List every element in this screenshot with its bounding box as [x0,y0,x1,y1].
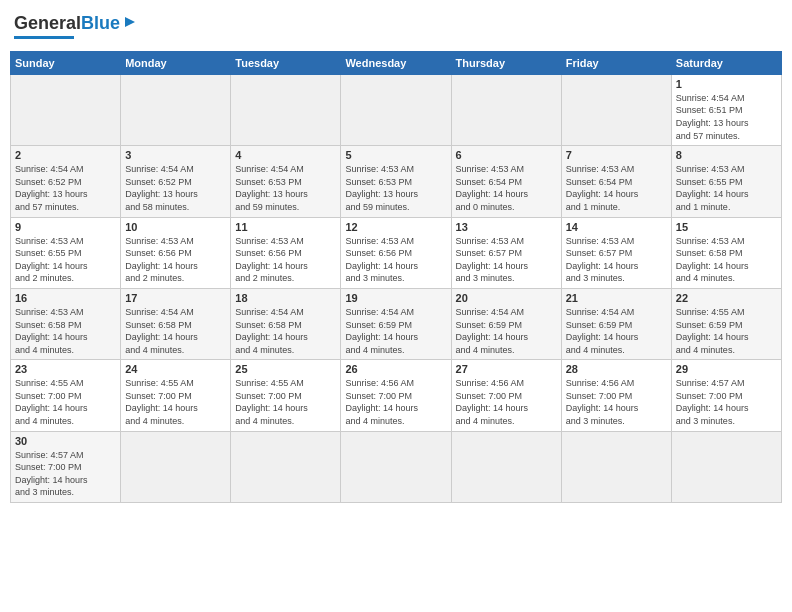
calendar-cell [451,431,561,502]
calendar-cell: 22Sunrise: 4:55 AMSunset: 6:59 PMDayligh… [671,288,781,359]
calendar-cell [561,74,671,145]
day-info: Sunrise: 4:55 AMSunset: 7:00 PMDaylight:… [125,377,226,427]
calendar-cell [121,74,231,145]
weekday-header-saturday: Saturday [671,51,781,74]
day-number: 16 [15,292,116,304]
day-number: 4 [235,149,336,161]
day-info: Sunrise: 4:57 AMSunset: 7:00 PMDaylight:… [15,449,116,499]
day-number: 29 [676,363,777,375]
calendar-cell: 2Sunrise: 4:54 AMSunset: 6:52 PMDaylight… [11,146,121,217]
day-number: 23 [15,363,116,375]
day-number: 6 [456,149,557,161]
calendar-table: SundayMondayTuesdayWednesdayThursdayFrid… [10,51,782,503]
calendar-cell: 12Sunrise: 4:53 AMSunset: 6:56 PMDayligh… [341,217,451,288]
calendar-cell [231,431,341,502]
day-info: Sunrise: 4:57 AMSunset: 7:00 PMDaylight:… [676,377,777,427]
day-info: Sunrise: 4:54 AMSunset: 6:52 PMDaylight:… [125,163,226,213]
calendar-cell: 5Sunrise: 4:53 AMSunset: 6:53 PMDaylight… [341,146,451,217]
calendar-cell [341,431,451,502]
day-number: 18 [235,292,336,304]
day-number: 13 [456,221,557,233]
day-number: 20 [456,292,557,304]
day-number: 5 [345,149,446,161]
calendar-cell: 11Sunrise: 4:53 AMSunset: 6:56 PMDayligh… [231,217,341,288]
day-info: Sunrise: 4:53 AMSunset: 6:57 PMDaylight:… [566,235,667,285]
calendar-cell: 7Sunrise: 4:53 AMSunset: 6:54 PMDaylight… [561,146,671,217]
weekday-header-sunday: Sunday [11,51,121,74]
logo-underline [14,36,74,39]
logo-arrow-icon [123,15,137,29]
day-number: 26 [345,363,446,375]
day-info: Sunrise: 4:55 AMSunset: 6:59 PMDaylight:… [676,306,777,356]
day-number: 14 [566,221,667,233]
calendar-row-2: 9Sunrise: 4:53 AMSunset: 6:55 PMDaylight… [11,217,782,288]
calendar-cell: 28Sunrise: 4:56 AMSunset: 7:00 PMDayligh… [561,360,671,431]
calendar-cell: 15Sunrise: 4:53 AMSunset: 6:58 PMDayligh… [671,217,781,288]
day-info: Sunrise: 4:54 AMSunset: 6:59 PMDaylight:… [566,306,667,356]
day-number: 22 [676,292,777,304]
calendar-cell: 29Sunrise: 4:57 AMSunset: 7:00 PMDayligh… [671,360,781,431]
day-number: 28 [566,363,667,375]
weekday-header-row: SundayMondayTuesdayWednesdayThursdayFrid… [11,51,782,74]
calendar-cell: 27Sunrise: 4:56 AMSunset: 7:00 PMDayligh… [451,360,561,431]
calendar-row-4: 23Sunrise: 4:55 AMSunset: 7:00 PMDayligh… [11,360,782,431]
day-number: 12 [345,221,446,233]
day-info: Sunrise: 4:53 AMSunset: 6:56 PMDaylight:… [235,235,336,285]
day-info: Sunrise: 4:53 AMSunset: 6:55 PMDaylight:… [15,235,116,285]
logo: GeneralBlue [14,14,137,39]
day-number: 15 [676,221,777,233]
day-info: Sunrise: 4:56 AMSunset: 7:00 PMDaylight:… [566,377,667,427]
day-info: Sunrise: 4:54 AMSunset: 6:52 PMDaylight:… [15,163,116,213]
day-info: Sunrise: 4:53 AMSunset: 6:54 PMDaylight:… [456,163,557,213]
calendar-cell [561,431,671,502]
day-number: 21 [566,292,667,304]
day-number: 24 [125,363,226,375]
calendar-cell [451,74,561,145]
day-info: Sunrise: 4:55 AMSunset: 7:00 PMDaylight:… [235,377,336,427]
day-info: Sunrise: 4:54 AMSunset: 6:59 PMDaylight:… [456,306,557,356]
logo-general-text: GeneralBlue [14,14,120,34]
weekday-header-thursday: Thursday [451,51,561,74]
calendar-cell: 24Sunrise: 4:55 AMSunset: 7:00 PMDayligh… [121,360,231,431]
day-number: 10 [125,221,226,233]
day-number: 17 [125,292,226,304]
day-info: Sunrise: 4:54 AMSunset: 6:58 PMDaylight:… [125,306,226,356]
day-number: 8 [676,149,777,161]
calendar-cell: 4Sunrise: 4:54 AMSunset: 6:53 PMDaylight… [231,146,341,217]
calendar-cell: 20Sunrise: 4:54 AMSunset: 6:59 PMDayligh… [451,288,561,359]
day-info: Sunrise: 4:53 AMSunset: 6:53 PMDaylight:… [345,163,446,213]
calendar-cell: 26Sunrise: 4:56 AMSunset: 7:00 PMDayligh… [341,360,451,431]
day-number: 2 [15,149,116,161]
day-info: Sunrise: 4:53 AMSunset: 6:57 PMDaylight:… [456,235,557,285]
day-number: 3 [125,149,226,161]
day-info: Sunrise: 4:54 AMSunset: 6:51 PMDaylight:… [676,92,777,142]
calendar-cell [671,431,781,502]
svg-marker-0 [125,17,135,27]
calendar-cell: 25Sunrise: 4:55 AMSunset: 7:00 PMDayligh… [231,360,341,431]
calendar-cell: 8Sunrise: 4:53 AMSunset: 6:55 PMDaylight… [671,146,781,217]
day-number: 9 [15,221,116,233]
calendar-cell: 14Sunrise: 4:53 AMSunset: 6:57 PMDayligh… [561,217,671,288]
day-info: Sunrise: 4:53 AMSunset: 6:58 PMDaylight:… [15,306,116,356]
calendar-cell [341,74,451,145]
calendar-cell [11,74,121,145]
day-info: Sunrise: 4:53 AMSunset: 6:54 PMDaylight:… [566,163,667,213]
calendar-cell: 1Sunrise: 4:54 AMSunset: 6:51 PMDaylight… [671,74,781,145]
calendar-cell [121,431,231,502]
calendar-row-5: 30Sunrise: 4:57 AMSunset: 7:00 PMDayligh… [11,431,782,502]
calendar-cell: 10Sunrise: 4:53 AMSunset: 6:56 PMDayligh… [121,217,231,288]
day-number: 25 [235,363,336,375]
weekday-header-wednesday: Wednesday [341,51,451,74]
day-number: 30 [15,435,116,447]
calendar-cell [231,74,341,145]
calendar-cell: 17Sunrise: 4:54 AMSunset: 6:58 PMDayligh… [121,288,231,359]
calendar-cell: 23Sunrise: 4:55 AMSunset: 7:00 PMDayligh… [11,360,121,431]
calendar-cell: 6Sunrise: 4:53 AMSunset: 6:54 PMDaylight… [451,146,561,217]
day-info: Sunrise: 4:56 AMSunset: 7:00 PMDaylight:… [345,377,446,427]
calendar-cell: 3Sunrise: 4:54 AMSunset: 6:52 PMDaylight… [121,146,231,217]
day-number: 7 [566,149,667,161]
day-info: Sunrise: 4:54 AMSunset: 6:58 PMDaylight:… [235,306,336,356]
calendar-cell: 30Sunrise: 4:57 AMSunset: 7:00 PMDayligh… [11,431,121,502]
day-number: 19 [345,292,446,304]
weekday-header-monday: Monday [121,51,231,74]
